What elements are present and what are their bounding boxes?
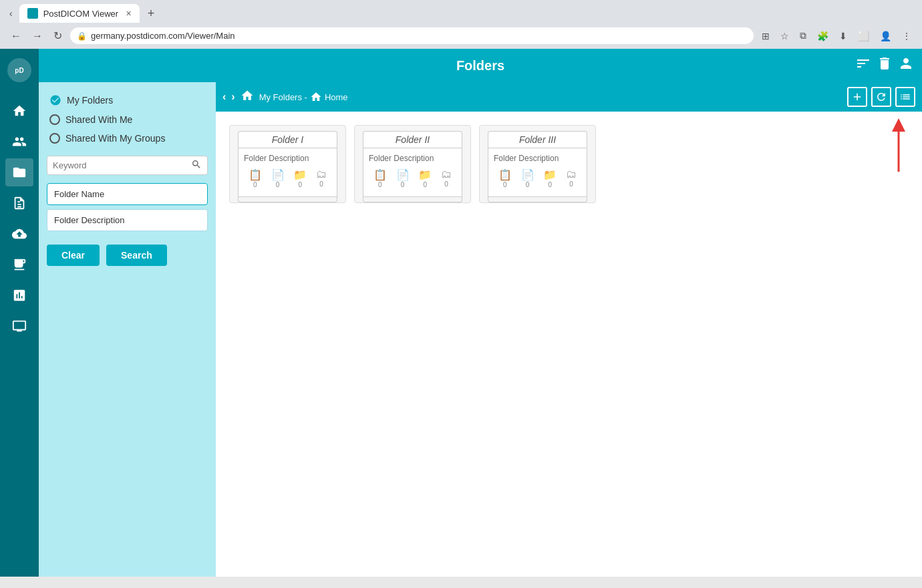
stat-icon-2-1: 📋 [373,168,387,181]
app: pD Folders [0,49,922,577]
left-panel: My Folders Shared With Me Shared With My… [39,82,216,577]
content-area: My Folders Shared With Me Shared With My… [39,82,922,577]
download-btn[interactable]: ⬇ [836,28,850,44]
main-area: Folders My Fold [39,49,922,577]
filter-folder-description[interactable]: Folder Description [47,209,208,231]
new-tab-btn[interactable]: + [142,7,160,21]
folder-card-3[interactable]: Folder III Folder Description 📋 0 [479,125,596,203]
stat-3-1: 📋 0 [498,168,512,188]
folder-card-2[interactable]: Folder II Folder Description 📋 0 � [354,125,471,203]
stat-icon-3-2: 📄 [521,168,534,181]
breadcrumb-prefix: My Folders - [259,92,307,102]
sort-btn[interactable] [855,55,871,76]
back-btn[interactable]: ← [8,27,24,45]
content-wrapper: Folder I Folder Description 📋 0 📄 [216,112,922,216]
stat-num-3-4: 0 [569,180,573,188]
nav-shared-with-me[interactable]: Shared With Me [47,110,208,129]
stat-4: 🗂 0 [316,168,327,188]
sidebar-item-upload[interactable] [5,220,33,248]
bookmark-btn[interactable]: ☆ [778,28,792,44]
folder-desc-1: Folder Description [244,152,331,164]
forward-btn[interactable]: → [29,27,45,45]
red-arrow-indicator [889,118,909,181]
folder-name-1: Folder I [238,131,337,148]
breadcrumb: My Folders - Home [259,91,348,103]
tab-favicon [27,8,38,19]
sidebar-item-users[interactable] [5,128,33,156]
sidebar-item-monitor[interactable] [5,312,33,340]
refresh-btn[interactable]: ↻ [51,27,65,45]
add-folder-btn[interactable] [847,87,867,107]
refresh-folders-btn[interactable] [871,87,891,107]
view-btn[interactable] [895,87,915,107]
stat-num-3-2: 0 [526,181,530,188]
stat-num-2-1: 0 [378,181,382,188]
stat-icon-3-1: 📋 [498,168,512,181]
sidebar-item-search[interactable] [5,251,33,279]
stat-icon-2: 📄 [271,168,285,181]
search-button[interactable]: Search [106,245,167,266]
tab-prev-btn[interactable]: ‹ [5,5,17,21]
folder-bottom-3 [488,197,587,202]
stat-icon-3-4: 🗂 [566,168,577,180]
sidebar-item-home[interactable] [5,97,33,125]
stat-1: 📋 0 [249,168,262,188]
stat-icon-2-2: 📄 [396,168,410,181]
trash-btn[interactable] [877,55,893,76]
radio-icon [49,114,60,125]
check-icon [49,94,61,106]
folder-body-1: Folder Description 📋 0 📄 0 [238,148,337,197]
filter-folder-name-label: Folder Name [54,189,104,199]
btn-row: Clear Search [47,245,208,266]
tab-close-btn[interactable]: × [126,8,131,19]
tab-bar: ‹ PostDICOM Viewer × + [0,0,922,23]
stat-num-3-1: 0 [503,181,507,188]
address-bar: ← → ↻ 🔒 germany.postdicom.com/Viewer/Mai… [0,23,922,49]
my-folders-label: My Folders [67,95,113,106]
nav-my-folders[interactable]: My Folders [47,90,208,110]
stat-num-3-3: 0 [549,181,553,188]
stat-3-4: 🗂 0 [566,168,577,188]
lock-icon: 🔒 [77,31,87,41]
url-text: germany.postdicom.com/Viewer/Main [91,31,235,41]
header-actions [855,55,914,76]
filter-folder-name[interactable]: Folder Name [47,183,208,205]
stat-num-2-3: 0 [424,181,428,188]
folder-stats-1: 📋 0 📄 0 📁 0 [244,164,331,192]
menu-btn[interactable]: ⋮ [899,28,914,44]
translate-btn[interactable]: ⊞ [759,28,772,44]
breadcrumb-back-btn[interactable]: ‹ [222,91,226,103]
folder-card[interactable]: Folder I Folder Description 📋 0 📄 [229,125,346,203]
extensions-btn[interactable]: 🧩 [814,28,831,44]
stat-2-3: 📁 0 [418,168,432,188]
stat-3: 📁 0 [293,168,307,188]
sidebar-item-documents[interactable] [5,189,33,217]
stat-icon-3: 📁 [293,168,307,181]
address-input[interactable]: 🔒 germany.postdicom.com/Viewer/Main [70,27,754,44]
nav-shared-with-groups[interactable]: Shared With My Groups [47,129,208,148]
sidebar-item-folders[interactable] [5,158,33,186]
search-box[interactable] [47,156,208,175]
breadcrumb-bar: ‹ › My Folders - Home [216,82,922,112]
folder-name-3: Folder III [488,131,587,148]
breadcrumb-forward-btn[interactable]: › [231,91,235,103]
account-btn[interactable]: 👤 [877,28,894,44]
folder-body-2: Folder Description 📋 0 📄 0 [363,148,462,197]
breadcrumb-actions [847,87,915,107]
keyword-input[interactable] [53,160,191,170]
stat-3-3: 📁 0 [543,168,557,188]
app-logo: pD [5,54,34,89]
stat-icon-3-3: 📁 [543,168,557,181]
active-tab[interactable]: PostDICOM Viewer × [19,4,140,23]
stat-num-2-2: 0 [401,181,405,188]
profile-btn[interactable]: ⬜ [855,28,872,44]
sidebar-item-analytics[interactable] [5,281,33,309]
user-btn[interactable] [898,55,914,76]
clear-button[interactable]: Clear [47,245,100,266]
folder-desc-3: Folder Description [494,152,581,164]
screenshot-btn[interactable]: ⧉ [797,27,809,44]
svg-marker-1 [892,118,905,132]
stat-2-1: 📋 0 [373,168,387,188]
stat-icon-2-3: 📁 [418,168,432,181]
shared-with-groups-label: Shared With My Groups [65,133,165,144]
